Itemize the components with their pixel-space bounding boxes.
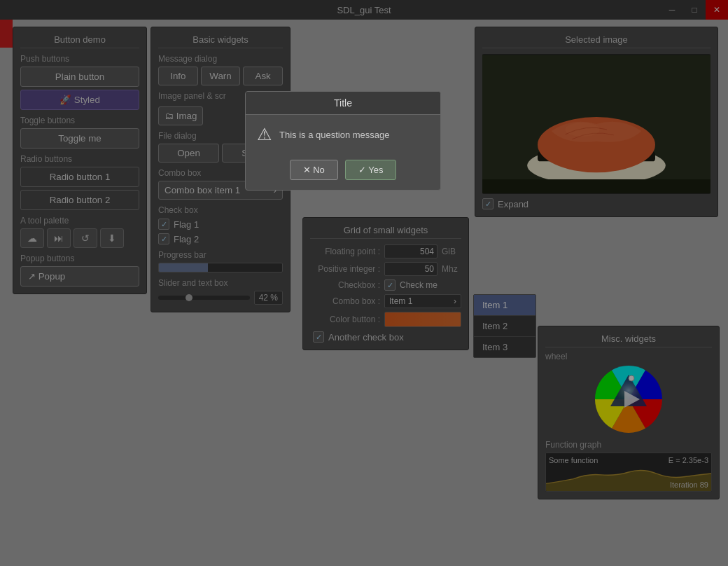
modal-body: ⚠ This is a question message [246, 115, 440, 154]
modal-buttons: ✕ No ✓ Yes [246, 154, 440, 190]
warning-icon: ⚠ [257, 125, 272, 144]
modal-message: This is a question message [279, 130, 390, 140]
yes-button[interactable]: ✓ Yes [345, 160, 397, 180]
modal-title: Title [246, 92, 440, 115]
modal-dialog: Title ⚠ This is a question message ✕ No … [245, 91, 441, 191]
no-button[interactable]: ✕ No [290, 160, 338, 180]
modal-overlay [0, 0, 728, 566]
